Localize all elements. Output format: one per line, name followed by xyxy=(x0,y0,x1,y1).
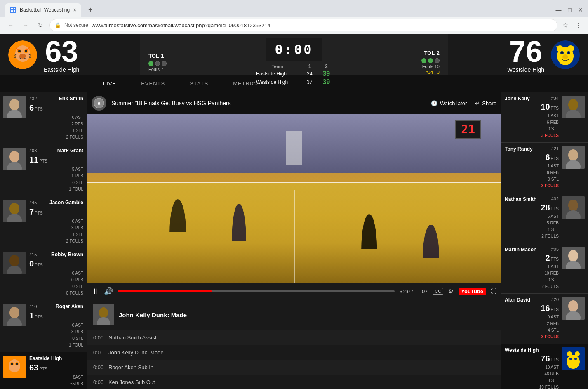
tab-favicon xyxy=(10,7,16,13)
event-time: 0:00 xyxy=(93,364,103,370)
share-button[interactable]: ↵ Share xyxy=(475,100,496,106)
team-summary-info: Eastside High 63 PTS 8 AST 65 REB 15 FOU… xyxy=(29,356,83,389)
right-team-logo-small xyxy=(562,347,585,370)
new-tab-button[interactable]: + xyxy=(85,4,96,16)
game-clock: 0:00 xyxy=(266,38,322,61)
right-team-name: Westside High xyxy=(507,66,544,73)
svg-point-25 xyxy=(568,52,569,54)
player-info: Alan David #20 16 PTS 0 AST 2 REB 4 STL … xyxy=(505,297,559,340)
player-stats: 0 AST 3 REB 0 STL 1 FOUL xyxy=(29,322,83,349)
tab-stats[interactable]: STATS xyxy=(177,75,221,92)
player-header: #15 Bobby Brown xyxy=(29,252,83,257)
tab-close-button[interactable]: × xyxy=(73,7,76,13)
maximize-button[interactable]: □ xyxy=(568,7,572,13)
svg-line-16 xyxy=(29,56,31,56)
address-bar[interactable]: 🔒 Not secure www.turbostatslive.com/bask… xyxy=(49,19,557,31)
right-tol-label: TOL xyxy=(424,50,435,56)
left-team-name: Eastside High xyxy=(44,66,79,73)
event-text: Ken Jones Sub Out xyxy=(108,379,155,385)
avatar xyxy=(562,146,585,169)
player-header: #10 Roger Aken xyxy=(29,304,83,309)
svg-point-35 xyxy=(9,203,19,215)
team-stats: 8 AST 65 REB 15 FOULS 7 STL xyxy=(29,374,83,389)
right-score: 76 xyxy=(509,37,542,66)
svg-point-53 xyxy=(99,307,108,318)
svg-point-68 xyxy=(568,300,578,312)
player-pts: 1 xyxy=(29,311,34,321)
bookmark-icon[interactable]: ☆ xyxy=(561,20,570,31)
video-actions: 🕐 Watch later ↵ Share xyxy=(431,100,496,106)
court-center-line xyxy=(294,190,295,283)
tab-events[interactable]: EVENTS xyxy=(129,75,177,92)
settings-icon[interactable]: ⚙ xyxy=(448,288,454,295)
player-pts: 6 xyxy=(29,103,34,113)
player-pts: 2 xyxy=(545,253,550,263)
close-button[interactable]: ✕ xyxy=(578,7,583,13)
list-item: 0:00 Nathan Smith Assist xyxy=(87,330,501,345)
player-pts: 11 xyxy=(29,155,38,165)
scoreboard-center: TOL 1 Fouls 7 0:00 Team12 Eastside High2… xyxy=(140,34,448,75)
right-summary-name: Westside High xyxy=(505,347,539,353)
progress-bar[interactable] xyxy=(118,290,395,292)
tab-live[interactable]: LIVE xyxy=(91,75,129,92)
fouls-highlight: 3 FOULS xyxy=(505,183,559,189)
player-header: #45 Jason Gamble xyxy=(29,200,83,205)
team-pts-row: 63 PTS xyxy=(29,363,83,372)
event-text: Nathan Smith Assist xyxy=(108,335,156,341)
pts-label: PTS xyxy=(35,211,42,215)
svg-rect-3 xyxy=(11,10,13,12)
menu-icon[interactable]: ⋮ xyxy=(573,20,583,31)
lock-icon: 🔒 xyxy=(55,22,61,28)
svg-point-11 xyxy=(19,54,26,59)
active-tab[interactable]: Basketball Webcasting × xyxy=(5,3,81,17)
svg-text:B: B xyxy=(97,101,100,106)
watch-later-button[interactable]: 🕐 Watch later xyxy=(431,100,467,106)
minimize-button[interactable]: — xyxy=(556,7,562,13)
back-button[interactable]: ← xyxy=(5,19,16,31)
volume-button[interactable]: 🔊 xyxy=(104,287,113,296)
browser-toolbar: ← → ↻ 🔒 Not secure www.turbostatslive.co… xyxy=(0,17,588,34)
player-pts-row: 28 PTS xyxy=(541,203,559,212)
list-item: 0:00 Roger Aken Sub In xyxy=(87,360,501,375)
player-name: Roger Aken xyxy=(56,304,83,309)
refresh-button[interactable]: ↻ xyxy=(35,19,46,31)
player-pts: 28 xyxy=(541,203,550,212)
player-pts: 16 xyxy=(541,304,550,313)
left-tol-num: 1 xyxy=(161,53,164,59)
avatar xyxy=(562,297,585,320)
event-text: Roger Aken Sub In xyxy=(108,364,153,370)
player-name: John Kelly xyxy=(505,96,530,101)
fullscreen-button[interactable]: ⛶ xyxy=(491,288,496,295)
player-info: Nathan Smith #02 28 PTS 6 AST 5 REB 1 ST… xyxy=(505,196,559,240)
tab-metrics[interactable]: METRICS xyxy=(221,75,273,92)
right-team-score: 76 Westside High xyxy=(448,34,588,75)
player-stats: 0 AST 0 REB 0 STL 0 FOULS xyxy=(29,270,83,297)
play-pause-button[interactable]: ⏸ xyxy=(92,287,99,296)
video-controls: ⏸ 🔊 3:49 / 11:07 CC ⚙ YouTube ⛶ xyxy=(87,283,501,299)
svg-point-59 xyxy=(568,149,578,161)
player-number: #32 xyxy=(29,96,37,101)
player-stats: 1 AST 6 REB 0 STL 3 FOULS xyxy=(505,113,559,139)
player-header: John Kelly #34 xyxy=(505,96,559,101)
svg-point-27 xyxy=(564,54,567,57)
player-name: Mark Grant xyxy=(57,148,83,153)
player-stats: 0 AST 2 REB 4 STL 3 FOULS xyxy=(505,314,559,340)
left-team-logo xyxy=(8,40,37,69)
dot-3 xyxy=(162,61,167,66)
forward-button[interactable]: → xyxy=(20,19,31,31)
player-pts: 6 xyxy=(545,153,550,162)
video-player[interactable]: 21 xyxy=(87,114,501,283)
featured-event-text: John Kelly Dunk: Made xyxy=(119,311,187,318)
yt-controls: CC ⚙ YouTube ⛶ xyxy=(433,288,496,295)
share-icon: ↵ xyxy=(475,100,480,106)
player-number: #02 xyxy=(551,196,559,202)
cc-button[interactable]: CC xyxy=(433,288,443,295)
right-dot-2 xyxy=(428,58,433,63)
main-content: #32 Erik Smith 6 PTS 0 AST 2 REB 1 STL 2… xyxy=(0,92,588,389)
player-info: #15 Bobby Brown 0 PTS 0 AST 0 REB 0 STL … xyxy=(29,252,83,297)
right-foul-player: #34 - 3 xyxy=(421,70,440,75)
team-pts: 76 xyxy=(541,354,550,363)
player-number: #21 xyxy=(551,146,559,152)
right-tol: TOL 2 Fouls 10 #34 - 3 xyxy=(421,49,440,75)
not-secure-label: Not secure xyxy=(64,22,88,28)
